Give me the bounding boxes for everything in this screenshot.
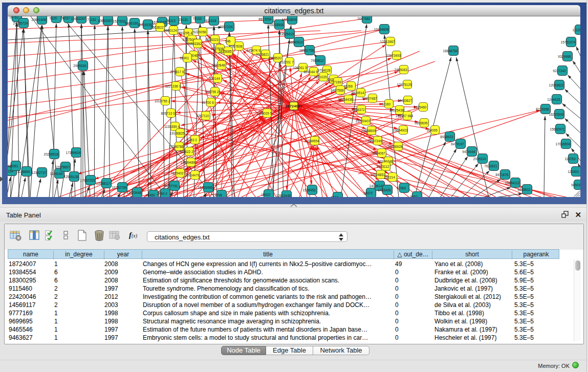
svg-text:94503: 94503	[571, 183, 580, 187]
svg-text:10653267: 10653267	[98, 19, 113, 23]
svg-text:10972: 10972	[363, 191, 373, 195]
svg-text:1527602: 1527602	[113, 19, 126, 23]
svg-text:14099489: 14099489	[181, 161, 195, 164]
svg-text:1010755 2: 1010755 2	[155, 99, 170, 103]
svg-text:8660124: 8660124	[164, 29, 177, 32]
svg-text:18337: 18337	[61, 16, 70, 20]
svg-text:1244415: 1244415	[547, 98, 560, 101]
svg-text:9857791: 9857791	[165, 184, 178, 188]
svg-text:136261 5: 136261 5	[293, 66, 307, 70]
svg-text:12505135: 12505135	[64, 175, 79, 179]
svg-text:6644: 6644	[331, 195, 339, 198]
svg-text:19166825: 19166825	[170, 132, 185, 135]
svg-text:10958117: 10958117	[96, 182, 111, 185]
svg-text:5783 2: 5783 2	[187, 138, 197, 142]
svg-text:271817 6: 271817 6	[170, 70, 184, 74]
svg-text:1156869: 1156869	[17, 170, 30, 173]
svg-text:845474 9: 845474 9	[246, 49, 260, 52]
svg-text:19384554: 19384554	[304, 139, 319, 143]
svg-text:826713 0: 826713 0	[161, 112, 175, 115]
svg-text:14136141: 14136141	[369, 184, 384, 188]
svg-text:15716485: 15716485	[198, 186, 213, 189]
svg-text:13524851: 13524851	[371, 173, 385, 177]
svg-text:803144: 803144	[209, 77, 220, 80]
svg-text:120403: 120403	[568, 170, 579, 173]
svg-text:7955812: 7955812	[311, 59, 324, 62]
svg-text:15720407: 15720407	[356, 119, 371, 123]
svg-text:9474444: 9474444	[462, 150, 475, 154]
svg-text:12213967: 12213967	[380, 40, 395, 43]
svg-text:2935114: 2935114	[473, 157, 486, 161]
svg-text:92450: 92450	[146, 193, 155, 197]
svg-text:3824514: 3824514	[351, 91, 364, 95]
svg-text:5226058: 5226058	[193, 30, 206, 34]
svg-text:9352: 9352	[410, 195, 418, 198]
svg-text:15692971: 15692971	[550, 127, 565, 131]
svg-text:1538453: 1538453	[302, 188, 316, 192]
svg-text:25131: 25131	[179, 18, 188, 21]
svg-text:1145194: 1145194	[50, 172, 63, 176]
svg-text:6497568: 6497568	[331, 89, 344, 92]
svg-text:164095: 164095	[426, 128, 438, 132]
svg-text:20691406: 20691406	[32, 18, 47, 21]
svg-text:16782759: 16782759	[112, 186, 127, 189]
svg-text:8795: 8795	[215, 193, 223, 197]
svg-text:0699695: 0699695	[415, 121, 428, 125]
svg-text:12923448: 12923448	[127, 191, 142, 194]
svg-text:8215958: 8215958	[536, 107, 549, 111]
svg-text:1135359 4: 1135359 4	[164, 125, 180, 128]
svg-text:2450 2: 2450 2	[157, 192, 167, 195]
svg-text:12342737: 12342737	[32, 171, 47, 174]
svg-text:15751074: 15751074	[561, 40, 576, 44]
svg-text:8938923: 8938923	[440, 135, 453, 139]
svg-text:15922: 15922	[261, 193, 270, 196]
svg-text:16033809: 16033809	[282, 18, 297, 21]
svg-text:17016504: 17016504	[556, 142, 571, 146]
svg-text:8813054: 8813054	[258, 17, 272, 21]
svg-text:16914479: 16914479	[185, 173, 200, 177]
svg-text:9120: 9120	[50, 16, 57, 20]
svg-text:16752: 16752	[9, 16, 18, 19]
svg-text:7632621: 7632621	[484, 164, 497, 168]
svg-text:19654923: 19654923	[393, 128, 408, 132]
svg-text:154957 984: 154957 984	[396, 114, 413, 118]
svg-text:9794028: 9794028	[317, 69, 331, 72]
svg-text:16210643: 16210643	[549, 113, 564, 116]
svg-text:7663822: 7663822	[150, 26, 164, 29]
svg-text:12975125: 12975125	[397, 83, 412, 86]
svg-text:16648784: 16648784	[443, 49, 458, 53]
svg-text:10654112: 10654112	[505, 181, 520, 185]
svg-text:2905334: 2905334	[73, 64, 86, 68]
svg-text:811318: 811318	[205, 19, 216, 23]
svg-text:16543362: 16543362	[187, 42, 202, 46]
svg-text:891295 4: 891295 4	[178, 31, 192, 35]
svg-text:116753: 116753	[564, 157, 576, 161]
svg-text:1830029 5: 1830029 5	[256, 112, 272, 115]
svg-text:7485063: 7485063	[394, 68, 407, 72]
svg-text:9227342: 9227342	[553, 69, 566, 73]
svg-text:19218506: 19218506	[269, 23, 284, 27]
svg-text:9329966: 9329966	[558, 55, 571, 58]
svg-text:20206516: 20206516	[44, 152, 59, 156]
svg-text:98901: 98901	[180, 56, 189, 60]
svg-text:75155: 75155	[192, 17, 202, 20]
svg-text:10807487: 10807487	[362, 97, 377, 100]
svg-text:9245612: 9245612	[517, 188, 531, 191]
svg-text:2047682: 2047682	[357, 17, 371, 20]
svg-text:6479197: 6479197	[451, 142, 464, 146]
svg-text:349822 2: 349822 2	[179, 150, 193, 154]
svg-text:16961758: 16961758	[299, 49, 314, 52]
svg-text:9884067: 9884067	[372, 151, 385, 155]
svg-text:7357224: 7357224	[220, 25, 233, 29]
svg-text:10756928: 10756928	[388, 145, 403, 148]
svg-text:18724007: 18724007	[285, 104, 302, 108]
svg-text:1733426: 1733426	[378, 188, 391, 192]
svg-text:11125: 11125	[572, 28, 580, 32]
svg-text:41700 6: 41700 6	[202, 101, 214, 104]
svg-text:899044 9: 899044 9	[303, 70, 317, 74]
svg-text:17359924: 17359924	[66, 151, 81, 155]
svg-text:10154808: 10154808	[374, 28, 389, 31]
svg-text:1588520: 1588520	[268, 56, 281, 60]
svg-text:20364436: 20364436	[338, 98, 353, 101]
svg-text:1815112: 1815112	[377, 165, 389, 168]
